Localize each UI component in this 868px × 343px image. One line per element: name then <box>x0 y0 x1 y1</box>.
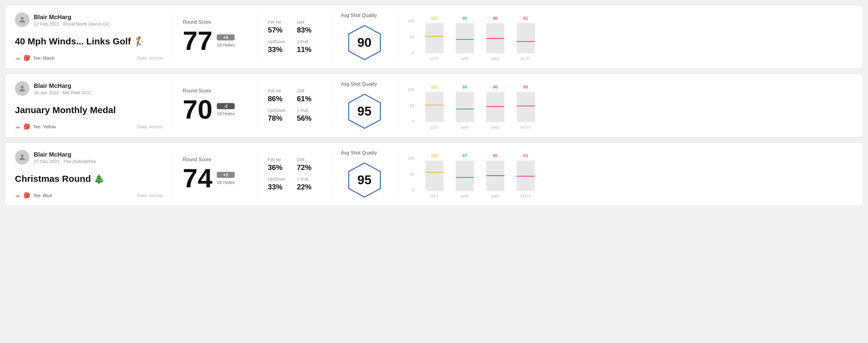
data-source: Data: Arccos <box>137 124 163 129</box>
chart-x-label: APP <box>461 57 469 61</box>
chart-col-top-value: 86 <box>462 85 467 89</box>
hexagon: 90 <box>346 24 383 61</box>
hexagon-container: 90 <box>341 24 388 61</box>
tee-info: ☁ 🎒 Tee: Black <box>15 55 54 61</box>
weather-icon: ☁ <box>15 55 20 61</box>
bar-line <box>486 175 504 176</box>
chart-x-label: PUTT <box>521 57 531 61</box>
round-title[interactable]: 40 Mph Winds... Links Golf 🏌️ <box>15 36 163 47</box>
user-row: Blair McHarg12 Feb 2022 · Royal North De… <box>15 12 163 27</box>
y-axis-label: 100 <box>408 87 414 92</box>
weather-icon: ☁ <box>15 192 20 198</box>
chart-y-axis: 100500 <box>408 156 414 192</box>
y-axis-label: 0 <box>408 119 414 124</box>
bar-line <box>456 108 474 110</box>
chart-x-label: OTT <box>431 194 438 198</box>
bar-line <box>517 105 535 106</box>
stat-gir: GIR83% <box>297 20 321 34</box>
stat-one-putt-label: 1 Putt <box>297 39 321 44</box>
score-detail: +518 Holes <box>217 34 235 48</box>
y-axis-label: 50 <box>408 103 414 108</box>
stat-up-down: Up/Down78% <box>268 108 292 123</box>
quality-section: Avg Shot Quality 90 <box>331 12 398 61</box>
card-left-section: Blair McHarg27 Dec 2021 · The Oxfordshir… <box>15 150 173 198</box>
bar-line <box>425 36 443 37</box>
bar-line <box>456 39 474 40</box>
stat-fw-hit: FW Hit36% <box>268 157 292 172</box>
score-row: 74+218 Holes <box>183 165 248 192</box>
stats-section: FW Hit36%GIR72%Up/Down33%1 Putt22% <box>258 150 331 198</box>
bar-line <box>486 38 504 39</box>
stat-gir-label: GIR <box>297 20 321 25</box>
tee-info: ☁ 🎒 Tee: Yellow <box>15 123 56 130</box>
stat-one-putt: 1 Putt11% <box>297 39 321 54</box>
bar-wrapper <box>517 92 535 122</box>
score-section: Round Score70-218 Holes <box>173 81 258 130</box>
chart-col-top-value: 87 <box>462 153 467 158</box>
card-footer: ☁ 🎒 Tee: BlackData: Arccos <box>15 55 163 61</box>
stat-gir-label: GIR <box>297 157 321 162</box>
chart-x-label: PUTT <box>521 125 531 130</box>
chart-columns: 110OTT87APP95ARG93PUTT <box>425 150 535 198</box>
stat-gir: GIR72% <box>297 157 321 172</box>
stat-up-down-value: 33% <box>268 183 292 191</box>
round-title[interactable]: January Monthly Medal <box>15 104 163 116</box>
score-diff-badge: +2 <box>217 172 235 178</box>
chart-x-label: ARG <box>491 125 499 130</box>
chart-col-putt: 93PUTT <box>517 153 535 198</box>
stat-one-putt: 1 Putt56% <box>297 108 321 123</box>
chart-section: 100500107OTT95APP98ARG82PUTT <box>398 12 853 61</box>
chart-x-label: OTT <box>431 57 438 61</box>
chart-col-top-value: 95 <box>493 153 498 158</box>
stat-group: FW Hit86%GIR61%Up/Down78%1 Putt56% <box>268 89 321 123</box>
chart-col-top-value: 107 <box>431 16 438 21</box>
user-date: 29 Jan 2022 · Mill Ride GCC <box>34 90 92 95</box>
user-info: Blair McHarg12 Feb 2022 · Royal North De… <box>34 13 110 27</box>
bar-line <box>517 176 535 177</box>
score-number: 74 <box>183 165 213 192</box>
quality-label: Avg Shot Quality <box>341 82 377 87</box>
chart-col-top-value: 96 <box>493 85 498 89</box>
stat-one-putt: 1 Putt22% <box>297 177 321 191</box>
hexagon-score: 90 <box>357 35 372 50</box>
round-title[interactable]: Christmas Round 🎄 <box>15 173 163 184</box>
chart-x-label: APP <box>461 194 469 198</box>
stat-up-down-label: Up/Down <box>268 177 292 182</box>
chart-columns: 101OTT86APP96ARG99PUTT <box>425 81 535 130</box>
hexagon-container: 95 <box>341 93 388 129</box>
chart-col-app: 95APP <box>456 16 474 61</box>
user-name: Blair McHarg <box>34 82 92 89</box>
card-left-section: Blair McHarg12 Feb 2022 · Royal North De… <box>15 12 173 61</box>
chart-col-putt: 99PUTT <box>517 85 535 130</box>
chart-col-top-value: 98 <box>493 16 498 21</box>
chart-section: 100500101OTT86APP96ARG99PUTT <box>398 81 853 130</box>
holes-label: 18 Holes <box>217 180 235 185</box>
chart-col-top-value: 93 <box>523 153 528 158</box>
svg-point-0 <box>21 17 23 20</box>
bar-wrapper <box>425 23 443 54</box>
quality-section: Avg Shot Quality 95 <box>331 81 398 130</box>
chart-x-label: ARG <box>491 57 499 61</box>
bar-line <box>425 172 443 173</box>
chart-area: 100500101OTT86APP96ARG99PUTT <box>408 81 843 130</box>
quality-label: Avg Shot Quality <box>341 150 377 156</box>
stat-fw-hit-value: 36% <box>268 163 292 172</box>
card-footer: ☁ 🎒 Tee: BlueData: Arccos <box>15 192 163 198</box>
stat-up-down: Up/Down33% <box>268 39 292 54</box>
round-card-round2: Blair McHarg29 Jan 2022 · Mill Ride GCCJ… <box>5 73 863 137</box>
chart-col-ott: 101OTT <box>425 85 443 130</box>
tee-label: Tee: Blue <box>33 193 52 198</box>
bar-wrapper <box>486 92 504 122</box>
golf-bag-icon: 🎒 <box>23 123 30 130</box>
holes-label: 18 Holes <box>217 42 235 48</box>
svg-point-4 <box>21 154 23 157</box>
stat-fw-hit: FW Hit57% <box>268 20 292 34</box>
score-number: 77 <box>183 27 213 54</box>
score-diff-badge: -2 <box>217 103 235 109</box>
stat-fw-hit-label: FW Hit <box>268 20 292 25</box>
golf-bag-icon: 🎒 <box>23 192 30 198</box>
chart-x-label: APP <box>461 125 469 130</box>
score-row: 70-218 Holes <box>183 96 248 123</box>
score-diff-badge: +5 <box>217 34 235 40</box>
hexagon: 95 <box>346 162 383 198</box>
